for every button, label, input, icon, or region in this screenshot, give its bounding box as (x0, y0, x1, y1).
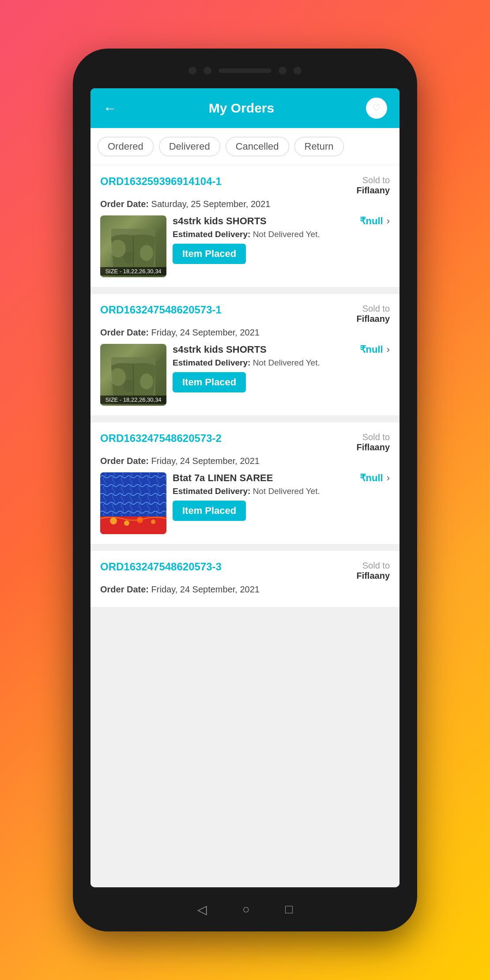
est-delivery-3: Estimated Delivery: Not Delivered Yet. (173, 486, 390, 496)
back-button[interactable]: ← (103, 100, 117, 117)
product-price-2: ₹null (360, 344, 383, 355)
svg-point-3 (124, 251, 134, 264)
order-card-3: ORD163247548620573-2 Sold to Fiflaany Or… (90, 422, 400, 544)
product-image-2: SIZE - 18,22,26,30,34 (100, 344, 166, 406)
filter-cancelled[interactable]: Cancelled (226, 137, 289, 156)
product-price-1: ₹null (360, 215, 383, 227)
sold-to-name-2: Fiflaany (356, 314, 390, 324)
product-details-1: s4strk kids SHORTS ₹null › Estimated Del… (173, 215, 390, 264)
phone-nav-bar: ◁ ○ □ (73, 887, 417, 931)
nav-recent-button[interactable]: □ (285, 902, 293, 916)
order-card-2: ORD163247548620573-1 Sold to Fiflaany Or… (90, 294, 400, 415)
camera-dot-far (294, 67, 302, 75)
product-name-3: Btat 7a LINEN SAREE (173, 472, 273, 484)
nav-back-button[interactable]: ◁ (197, 902, 207, 917)
order-id-4[interactable]: ORD163247548620573-3 (100, 561, 222, 573)
product-details-2: s4strk kids SHORTS ₹null › Estimated Del… (173, 344, 390, 392)
svg-point-2 (140, 245, 153, 261)
arrow-icon-2[interactable]: › (387, 344, 390, 355)
svg-point-1 (110, 240, 126, 257)
orders-list: ORD163259396914104-1 Sold to Fiflaany Or… (90, 166, 400, 887)
product-price-3: ₹null (360, 472, 383, 484)
camera-dot-right (279, 67, 286, 75)
product-row-1: SIZE - 18,22,26,30,34 s4strk kids SHORTS… (100, 215, 390, 277)
item-status-2[interactable]: Item Placed (173, 372, 246, 392)
order-date-3: Order Date: Friday, 24 September, 2021 (100, 456, 390, 466)
est-delivery-1: Estimated Delivery: Not Delivered Yet. (173, 230, 390, 239)
product-name-1: s4strk kids SHORTS (173, 215, 267, 227)
phone-screen: ← My Orders ♡ Ordered Delivered Cancelle… (90, 88, 400, 887)
camera-dot (204, 67, 211, 75)
app-header: ← My Orders ♡ (90, 88, 400, 128)
svg-point-7 (124, 380, 134, 392)
order-id-2[interactable]: ORD163247548620573-1 (100, 304, 222, 316)
sold-to-label-4: Sold to (356, 561, 390, 571)
camera-dot-left (188, 67, 196, 75)
order-card-4: ORD163247548620573-3 Sold to Fiflaany Or… (90, 551, 400, 607)
order-date-4: Order Date: Friday, 24 September, 2021 (100, 584, 390, 595)
order-date-1: Order Date: Saturday, 25 September, 2021 (100, 199, 390, 209)
product-row-3: Btat 7a LINEN SAREE ₹null › Estimated De… (100, 472, 390, 534)
sold-to-name-1: Fiflaany (356, 185, 390, 196)
svg-rect-9 (100, 472, 166, 516)
size-label-1: SIZE - 18,22,26,30,34 (100, 267, 166, 275)
page-title: My Orders (209, 101, 274, 116)
arrow-icon-1[interactable]: › (387, 215, 390, 227)
sold-to-label-2: Sold to (356, 304, 390, 314)
wishlist-button[interactable]: ♡ (366, 98, 387, 119)
svg-point-11 (110, 517, 117, 524)
nav-home-button[interactable]: ○ (242, 902, 250, 916)
item-status-3[interactable]: Item Placed (173, 501, 246, 521)
filter-return[interactable]: Return (294, 137, 344, 156)
product-image-1: SIZE - 18,22,26,30,34 (100, 215, 166, 277)
size-label-2: SIZE - 18,22,26,30,34 (100, 396, 166, 404)
product-image-3 (100, 472, 166, 534)
order-card-1: ORD163259396914104-1 Sold to Fiflaany Or… (90, 166, 400, 287)
order-date-2: Order Date: Friday, 24 September, 2021 (100, 328, 390, 338)
sold-to-name-4: Fiflaany (356, 571, 390, 581)
filter-delivered[interactable]: Delivered (159, 137, 220, 156)
est-delivery-2: Estimated Delivery: Not Delivered Yet. (173, 358, 390, 368)
sold-to-name-3: Fiflaany (356, 442, 390, 452)
svg-point-5 (110, 368, 126, 386)
product-row-2: SIZE - 18,22,26,30,34 s4strk kids SHORTS… (100, 344, 390, 406)
speaker-bar (219, 68, 271, 73)
order-id-3[interactable]: ORD163247548620573-2 (100, 432, 222, 445)
sold-to-label-1: Sold to (356, 175, 390, 185)
svg-point-14 (151, 520, 155, 524)
filter-ordered[interactable]: Ordered (98, 137, 154, 156)
product-name-2: s4strk kids SHORTS (173, 344, 267, 355)
filter-bar: Ordered Delivered Cancelled Return (90, 128, 400, 166)
phone-frame: ← My Orders ♡ Ordered Delivered Cancelle… (73, 49, 417, 931)
heart-icon: ♡ (372, 102, 381, 114)
sold-to-label-3: Sold to (356, 432, 390, 442)
svg-point-6 (140, 373, 153, 389)
order-id-1[interactable]: ORD163259396914104-1 (100, 175, 222, 188)
phone-camera-bar (73, 49, 417, 88)
svg-point-12 (124, 520, 129, 526)
product-details-3: Btat 7a LINEN SAREE ₹null › Estimated De… (173, 472, 390, 521)
arrow-icon-3[interactable]: › (387, 472, 390, 484)
item-status-1[interactable]: Item Placed (173, 244, 246, 264)
